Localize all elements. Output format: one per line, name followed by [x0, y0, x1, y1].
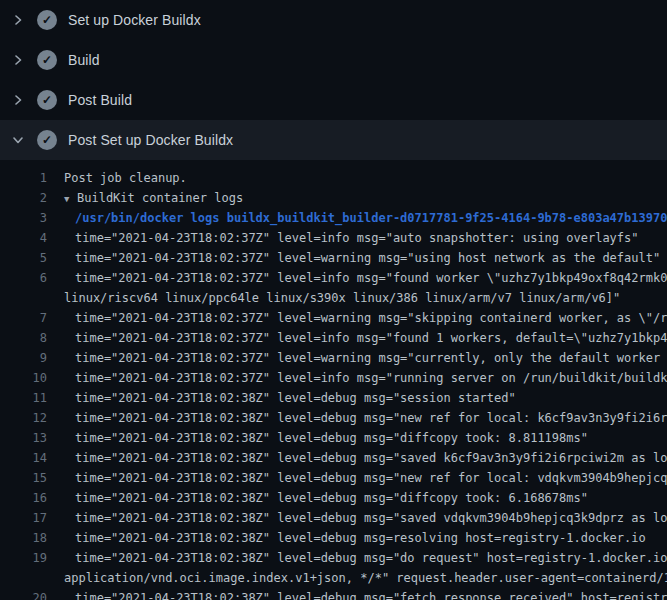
- log-line-text: time="2021-04-23T18:02:37Z" level=info m…: [75, 228, 639, 248]
- log-line: 7 time="2021-04-23T18:02:37Z" level=warn…: [0, 308, 667, 328]
- log-line-text: time="2021-04-23T18:02:37Z" level=warnin…: [75, 348, 667, 368]
- log-line-number[interactable]: 4: [0, 228, 47, 248]
- log-line-text: time="2021-04-23T18:02:38Z" level=debug …: [75, 528, 646, 548]
- log-line-number[interactable]: 9: [0, 348, 47, 368]
- log-line-text: time="2021-04-23T18:02:37Z" level=warnin…: [75, 248, 660, 268]
- log-line: 18 time="2021-04-23T18:02:38Z" level=deb…: [0, 528, 667, 548]
- log-line-number[interactable]: 20: [0, 588, 47, 600]
- step-row-1[interactable]: ✓ Build: [0, 40, 667, 80]
- log-line: 12 time="2021-04-23T18:02:38Z" level=deb…: [0, 408, 667, 428]
- log-line: 13 time="2021-04-23T18:02:38Z" level=deb…: [0, 428, 667, 448]
- step-row-2[interactable]: ✓ Post Build: [0, 80, 667, 120]
- log-line: 1 Post job cleanup.: [0, 168, 667, 188]
- log-line: 4 time="2021-04-23T18:02:37Z" level=info…: [0, 228, 667, 248]
- log-line-number[interactable]: 19: [0, 548, 47, 568]
- log-line: 2 ▼BuildKit container logs: [0, 188, 667, 208]
- log-line: 16 time="2021-04-23T18:02:38Z" level=deb…: [0, 488, 667, 508]
- log-line-number[interactable]: 1: [0, 168, 47, 188]
- log-line-text: time="2021-04-23T18:02:37Z" level=info m…: [75, 368, 667, 388]
- step-label: Build: [68, 52, 100, 68]
- chevron-icon[interactable]: [12, 54, 24, 66]
- log-line-number[interactable]: 10: [0, 368, 47, 388]
- log-line-number[interactable]: 12: [0, 408, 47, 428]
- log-line-text: Post job cleanup.: [64, 168, 187, 188]
- log-line-text: time="2021-04-23T18:02:38Z" level=debug …: [75, 468, 667, 488]
- log-line-text: ▼BuildKit container logs: [64, 188, 243, 208]
- log-line-number[interactable]: 11: [0, 388, 47, 408]
- log-line-text: time="2021-04-23T18:02:38Z" level=debug …: [75, 488, 588, 508]
- log-line-number[interactable]: [0, 568, 47, 588]
- log-line-number[interactable]: [0, 288, 47, 308]
- log-line-number[interactable]: 17: [0, 508, 47, 528]
- log-line-text: time="2021-04-23T18:02:38Z" level=debug …: [75, 508, 667, 528]
- group-collapse-icon[interactable]: ▼: [64, 189, 77, 209]
- step-label: Post Build: [68, 92, 132, 108]
- log-line: 17 time="2021-04-23T18:02:38Z" level=deb…: [0, 508, 667, 528]
- log-panel: 1 Post job cleanup. 2 ▼BuildKit containe…: [0, 160, 667, 600]
- log-line-text: time="2021-04-23T18:02:37Z" level=warnin…: [75, 308, 667, 328]
- chevron-icon[interactable]: [12, 134, 24, 146]
- check-circle-icon: ✓: [37, 90, 57, 110]
- log-line-text: application/vnd.oci.image.index.v1+json,…: [64, 568, 667, 588]
- log-line-number[interactable]: 15: [0, 468, 47, 488]
- log-line: 14 time="2021-04-23T18:02:38Z" level=deb…: [0, 448, 667, 468]
- log-line-number[interactable]: 2: [0, 188, 47, 208]
- log-line-number[interactable]: 3: [0, 208, 47, 228]
- step-list: ✓ Set up Docker Buildx ✓ Build ✓ Post Bu…: [0, 0, 667, 160]
- log-line: 20 time="2021-04-23T18:02:38Z" level=deb…: [0, 588, 667, 600]
- log-line-number[interactable]: 8: [0, 328, 47, 348]
- log-line: linux/riscv64 linux/ppc64le linux/s390x …: [0, 288, 667, 308]
- log-line: 5 time="2021-04-23T18:02:37Z" level=warn…: [0, 248, 667, 268]
- log-line: 3 /usr/bin/docker logs buildx_buildkit_b…: [0, 208, 667, 228]
- check-circle-icon: ✓: [37, 10, 57, 30]
- log-line: 6 time="2021-04-23T18:02:37Z" level=info…: [0, 268, 667, 288]
- log-line-number[interactable]: 7: [0, 308, 47, 328]
- log-line-text: time="2021-04-23T18:02:38Z" level=debug …: [75, 548, 667, 568]
- log-line-text: time="2021-04-23T18:02:38Z" level=debug …: [75, 588, 667, 600]
- log-line-text: time="2021-04-23T18:02:38Z" level=debug …: [75, 408, 667, 428]
- log-line-number[interactable]: 16: [0, 488, 47, 508]
- check-circle-icon: ✓: [37, 130, 57, 150]
- log-line-text: time="2021-04-23T18:02:37Z" level=info m…: [75, 268, 667, 288]
- chevron-icon[interactable]: [12, 94, 24, 106]
- log-line: application/vnd.oci.image.index.v1+json,…: [0, 568, 667, 588]
- step-label: Post Set up Docker Buildx: [68, 132, 233, 148]
- actions-log-viewer: ✓ Set up Docker Buildx ✓ Build ✓ Post Bu…: [0, 0, 667, 600]
- log-line-text: /usr/bin/docker logs buildx_buildkit_bui…: [75, 208, 667, 228]
- log-line-text: linux/riscv64 linux/ppc64le linux/s390x …: [64, 288, 620, 308]
- log-line-text: time="2021-04-23T18:02:38Z" level=debug …: [75, 448, 667, 468]
- log-line-number[interactable]: 14: [0, 448, 47, 468]
- chevron-icon[interactable]: [12, 14, 24, 26]
- log-line-number[interactable]: 6: [0, 268, 47, 288]
- log-line: 9 time="2021-04-23T18:02:37Z" level=warn…: [0, 348, 667, 368]
- log-line: 8 time="2021-04-23T18:02:37Z" level=info…: [0, 328, 667, 348]
- log-line-text: time="2021-04-23T18:02:38Z" level=debug …: [75, 428, 588, 448]
- log-line: 11 time="2021-04-23T18:02:38Z" level=deb…: [0, 388, 667, 408]
- check-circle-icon: ✓: [37, 50, 57, 70]
- log-line-number[interactable]: 5: [0, 248, 47, 268]
- step-row-0[interactable]: ✓ Set up Docker Buildx: [0, 0, 667, 40]
- log-line: 10 time="2021-04-23T18:02:37Z" level=inf…: [0, 368, 667, 388]
- log-line-number[interactable]: 18: [0, 528, 47, 548]
- log-line-text: time="2021-04-23T18:02:37Z" level=info m…: [75, 328, 667, 348]
- step-row-3[interactable]: ✓ Post Set up Docker Buildx: [0, 120, 667, 160]
- log-line: 19 time="2021-04-23T18:02:38Z" level=deb…: [0, 548, 667, 568]
- step-label: Set up Docker Buildx: [68, 12, 201, 28]
- log-line-text: time="2021-04-23T18:02:38Z" level=debug …: [75, 388, 516, 408]
- log-line-number[interactable]: 13: [0, 428, 47, 448]
- log-line: 15 time="2021-04-23T18:02:38Z" level=deb…: [0, 468, 667, 488]
